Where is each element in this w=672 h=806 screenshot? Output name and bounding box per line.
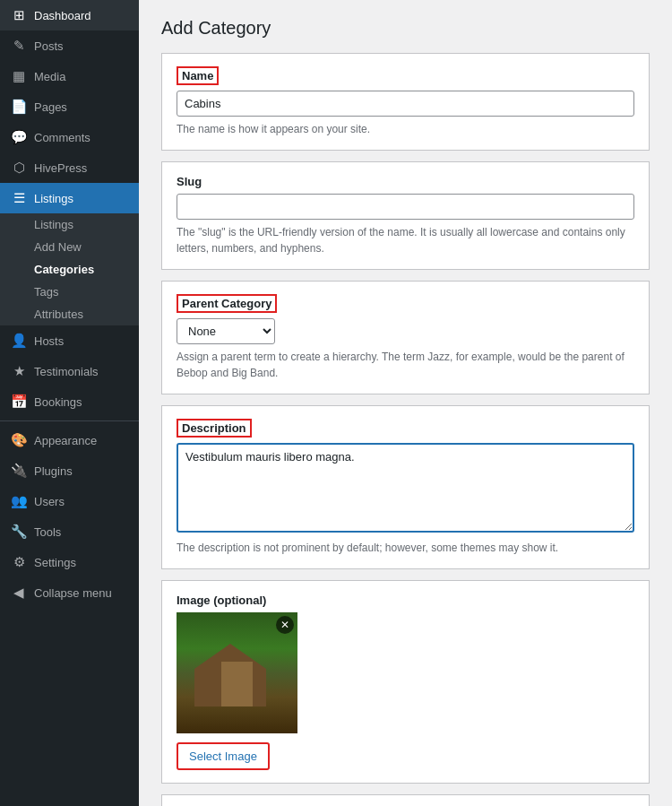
plugins-icon: 🔌 (11, 463, 27, 479)
users-icon: 👥 (11, 493, 27, 509)
sidebar-item-tools[interactable]: 🔧 Tools (0, 516, 139, 547)
sidebar-item-dashboard[interactable]: ⊞ Dashboard (0, 0, 139, 30)
listings-icon: ☰ (11, 190, 27, 206)
description-label: Description (177, 419, 252, 438)
sub-item-tags[interactable]: Tags (0, 281, 139, 303)
sidebar-item-testimonials[interactable]: ★ Testimonials (0, 356, 139, 386)
comments-icon: 💬 (11, 129, 27, 145)
description-textarea[interactable]: Vestibulum mauris libero magna. (177, 443, 634, 533)
image-remove-button[interactable]: ✕ (276, 616, 294, 634)
slug-field-container: Slug The "slug" is the URL-friendly vers… (161, 161, 650, 270)
sidebar-item-settings[interactable]: ⚙ Settings (0, 547, 139, 577)
settings-icon: ⚙ (11, 554, 27, 570)
dashboard-icon: ⊞ (11, 7, 27, 23)
description-hint: The description is not prominent by defa… (177, 540, 634, 556)
testimonials-icon: ★ (11, 363, 27, 379)
main-content: Add Category Name The name is how it app… (139, 0, 672, 806)
sidebar-item-hivepress[interactable]: ⬡ HivePress (0, 152, 139, 183)
sidebar-item-listings[interactable]: ☰ Listings (0, 183, 139, 213)
select-image-button[interactable]: Select Image (177, 742, 270, 770)
order-field-container: Order (161, 794, 650, 806)
sidebar-item-appearance[interactable]: 🎨 Appearance (0, 425, 139, 455)
sidebar-item-media[interactable]: ▦ Media (0, 61, 139, 91)
hosts-icon: 👤 (11, 333, 27, 349)
appearance-icon: 🎨 (11, 432, 27, 448)
sidebar-item-hosts[interactable]: 👤 Hosts (0, 325, 139, 356)
collapse-icon: ◀ (11, 585, 27, 601)
pages-icon: 📄 (11, 99, 27, 115)
name-label: Name (177, 66, 219, 85)
parent-label: Parent Category (177, 294, 277, 313)
sidebar-divider (0, 420, 139, 421)
description-field-container: Description Vestibulum mauris libero mag… (161, 405, 650, 569)
sidebar-item-plugins[interactable]: 🔌 Plugins (0, 455, 139, 486)
page-title: Add Category (161, 18, 650, 39)
listings-submenu: Listings Add New Categories Tags Attribu… (0, 213, 139, 325)
image-label: Image (optional) (177, 594, 634, 607)
slug-label: Slug (177, 175, 634, 188)
slug-hint: The "slug" is the URL-friendly version o… (177, 224, 634, 256)
sidebar-item-bookings[interactable]: 📅 Bookings (0, 386, 139, 417)
image-field-container: Image (optional) ✕ Select Image (161, 580, 650, 784)
image-preview-container: ✕ (177, 612, 297, 733)
posts-icon: ✎ (11, 38, 27, 54)
sidebar-item-posts[interactable]: ✎ Posts (0, 30, 139, 61)
name-input[interactable] (177, 91, 634, 117)
sidebar-item-pages[interactable]: 📄 Pages (0, 91, 139, 122)
sub-item-categories[interactable]: Categories (0, 258, 139, 281)
parent-hint: Assign a parent term to create a hierarc… (177, 349, 634, 381)
slug-input[interactable] (177, 194, 634, 220)
sidebar-item-comments[interactable]: 💬 Comments (0, 122, 139, 152)
sidebar-item-collapse[interactable]: ◀ Collapse menu (0, 577, 139, 608)
parent-select[interactable]: None (177, 318, 275, 344)
name-field-container: Name The name is how it appears on your … (161, 53, 650, 151)
sub-item-listings[interactable]: Listings (0, 213, 139, 236)
hivepress-icon: ⬡ (11, 160, 27, 176)
tools-icon: 🔧 (11, 524, 27, 540)
sidebar-item-users[interactable]: 👥 Users (0, 486, 139, 516)
sidebar: ⊞ Dashboard ✎ Posts ▦ Media 📄 Pages 💬 Co… (0, 0, 139, 806)
sub-item-attributes[interactable]: Attributes (0, 303, 139, 325)
bookings-icon: 📅 (11, 394, 27, 410)
name-hint: The name is how it appears on your site. (177, 121, 634, 137)
parent-field-container: Parent Category None Assign a parent ter… (161, 281, 650, 394)
media-icon: ▦ (11, 68, 27, 84)
sub-item-add-new[interactable]: Add New (0, 236, 139, 258)
